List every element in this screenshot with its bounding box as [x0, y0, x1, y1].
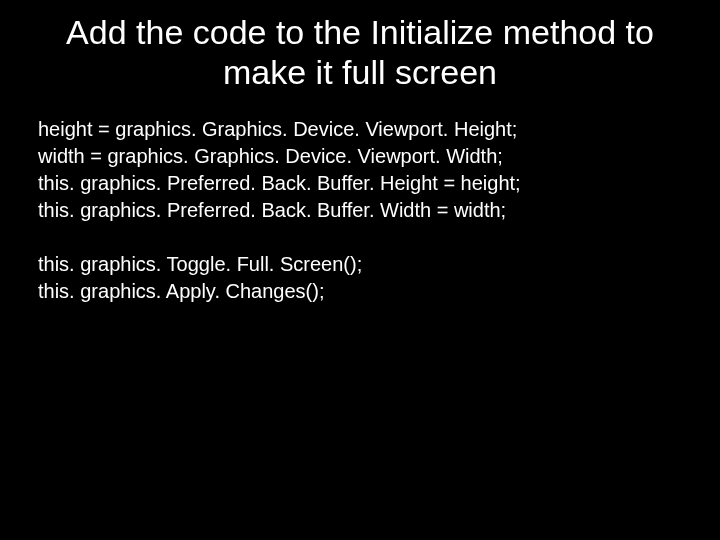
code-line: height = graphics. Graphics. Device. Vie… [38, 116, 682, 143]
spacer [38, 224, 682, 251]
code-line: this. graphics. Preferred. Back. Buffer.… [38, 170, 682, 197]
code-block-1: height = graphics. Graphics. Device. Vie… [38, 116, 682, 224]
code-line: width = graphics. Graphics. Device. View… [38, 143, 682, 170]
slide-title: Add the code to the Initialize method to… [38, 12, 682, 92]
code-block-2: this. graphics. Toggle. Full. Screen(); … [38, 251, 682, 305]
slide: Add the code to the Initialize method to… [0, 0, 720, 540]
code-line: this. graphics. Toggle. Full. Screen(); [38, 251, 682, 278]
code-line: this. graphics. Preferred. Back. Buffer.… [38, 197, 682, 224]
code-line: this. graphics. Apply. Changes(); [38, 278, 682, 305]
